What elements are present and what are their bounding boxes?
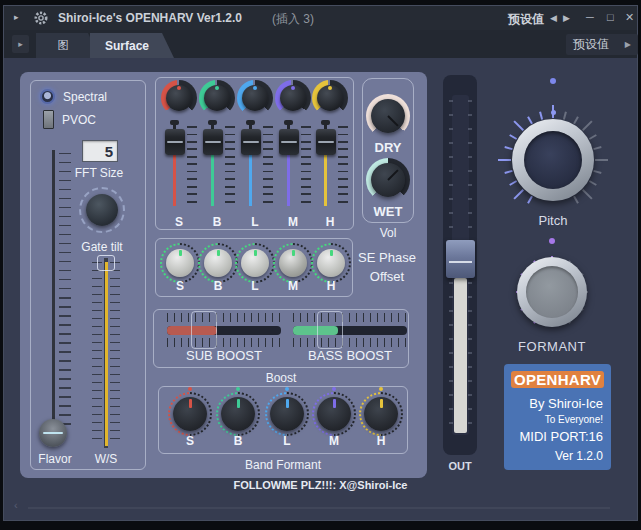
phase-band-label: B (208, 279, 228, 293)
ws-slider-handle[interactable] (97, 255, 115, 271)
phase-band-label: H (321, 279, 341, 293)
tabstrip: ▸ 图 Surface 预设值 ▶ (4, 30, 637, 58)
fader-cap[interactable] (316, 129, 336, 155)
flavor-slider-handle[interactable] (39, 419, 67, 447)
phase-knob-m[interactable] (273, 243, 313, 283)
slider-handle[interactable] (317, 311, 343, 349)
preset-next-icon[interactable]: ▶ (563, 13, 570, 23)
band-fader-l[interactable] (241, 124, 275, 208)
vol-group-label: Vol (362, 226, 414, 240)
preset-selector[interactable]: 预设值 ▶ (566, 34, 638, 55)
gate-tilt-knob-face (86, 194, 118, 226)
close-icon[interactable]: ✕ (625, 11, 634, 24)
gear-icon[interactable] (33, 10, 49, 30)
harmonic-knob-m[interactable] (275, 80, 311, 116)
out-fader-handle[interactable] (446, 240, 475, 278)
phase-band-label: S (170, 279, 190, 293)
slider-ticks (167, 338, 281, 347)
bass-boost-slider[interactable] (293, 311, 407, 349)
phase-knob-b[interactable] (198, 243, 238, 283)
out-label: OUT (443, 460, 477, 472)
formant-label: FORMANT (507, 339, 597, 354)
fader-cap[interactable] (203, 129, 223, 155)
se-phase-label-line1: SE Phase (348, 250, 426, 265)
slider-handle[interactable] (191, 311, 217, 349)
dry-label: DRY (362, 140, 414, 155)
band-fader-s[interactable] (165, 124, 199, 208)
gate-tilt-knob[interactable] (79, 187, 125, 233)
harmonic-knob-l[interactable] (237, 80, 273, 116)
pitch-indicator-dot (551, 110, 556, 115)
tab-surface-label: Surface (105, 39, 149, 53)
pvoc-button[interactable] (43, 110, 54, 129)
phase-knob-l[interactable] (235, 243, 275, 283)
formant-knob-m[interactable] (311, 391, 357, 437)
window-menu-arrow-icon[interactable]: ▸ (14, 12, 19, 22)
phase-band-label: M (283, 279, 303, 293)
horizontal-scrollbar[interactable] (28, 507, 610, 509)
harmonic-knob-b[interactable] (199, 80, 235, 116)
pvoc-label: PVOC (62, 113, 96, 127)
slider-ticks (293, 313, 407, 322)
scroll-left-icon[interactable]: ‹ (14, 499, 18, 511)
bass-boost-label: BASS BOOST (293, 348, 407, 363)
formant-band-label: S (180, 434, 200, 448)
fader-ticks (225, 126, 235, 206)
phase-knob-h[interactable] (311, 243, 351, 283)
preset-label: 预设值 (498, 11, 544, 28)
formant-band-label: H (371, 434, 391, 448)
slider-ticks (293, 338, 407, 347)
formant-knob-l[interactable] (264, 391, 310, 437)
fft-size-display[interactable]: 5 (82, 140, 118, 162)
pitch-label: Pitch (513, 213, 593, 228)
spectral-radio[interactable] (40, 89, 55, 104)
formant-band-label: L (277, 434, 297, 448)
flavor-handle-line (43, 432, 63, 434)
band-label: S (169, 215, 189, 229)
openharv-badge: OPENHARV (511, 371, 604, 388)
band-label: B (207, 215, 227, 229)
ws-label: W/S (78, 452, 134, 466)
fader-cap[interactable] (241, 129, 261, 155)
formant-knob-b[interactable] (215, 391, 261, 437)
flavor-slider-track[interactable] (52, 150, 55, 433)
footer-text: FOLLOWME PLZ!!!: X@Shiroi-Ice (150, 479, 491, 491)
fader-cap[interactable] (279, 129, 299, 155)
tab-surface[interactable]: Surface (90, 33, 174, 58)
formant-band-label: M (324, 434, 344, 448)
phase-knob-s[interactable] (160, 243, 200, 283)
wet-knob[interactable] (366, 158, 410, 202)
fft-size-label: FFT Size (69, 166, 129, 180)
wet-label: WET (362, 204, 414, 219)
maximize-icon[interactable]: □ (607, 11, 614, 23)
slider-track (167, 326, 281, 335)
harmonic-knob-h[interactable] (312, 80, 348, 116)
info-to: To Everyone! (545, 414, 603, 425)
info-version: Ver 1.2.0 (555, 449, 603, 463)
formant-band-label: B (228, 434, 248, 448)
sub-boost-slider[interactable] (167, 311, 281, 349)
harmonic-knob-s[interactable] (161, 80, 197, 116)
fader-cap[interactable] (165, 129, 185, 155)
band-fader-h[interactable] (316, 124, 350, 208)
flavor-slider-ticks (59, 153, 71, 430)
fader-ticks (338, 126, 348, 206)
pitch-knob-face (524, 131, 582, 189)
slider-ticks (167, 313, 281, 322)
preset-prev-icon[interactable]: ◀ (550, 13, 557, 23)
formant-knob-h[interactable] (358, 391, 404, 437)
info-box: OPENHARV By Shiroi-Ice To Everyone! MIDI… (504, 364, 611, 470)
band-fader-b[interactable] (203, 124, 237, 208)
band-label: H (320, 215, 340, 229)
pitch-top-dot (550, 78, 556, 84)
preset-selector-label: 预设值 (573, 36, 609, 53)
titlebar: ▸ Shiroi-Ice's OPENHARV Ver1.2.0 (插入 3) … (4, 6, 637, 30)
minimize-icon[interactable]: ─ (586, 11, 594, 23)
gate-tilt-label: Gate tilt (72, 240, 132, 254)
band-fader-m[interactable] (279, 124, 313, 208)
dry-knob[interactable] (366, 94, 410, 138)
spectral-label: Spectral (63, 90, 107, 104)
formant-knob-s[interactable] (167, 391, 213, 437)
window-title-suffix: (插入 3) (272, 11, 314, 28)
tab-scroll-arrow-icon[interactable]: ▸ (12, 35, 29, 53)
